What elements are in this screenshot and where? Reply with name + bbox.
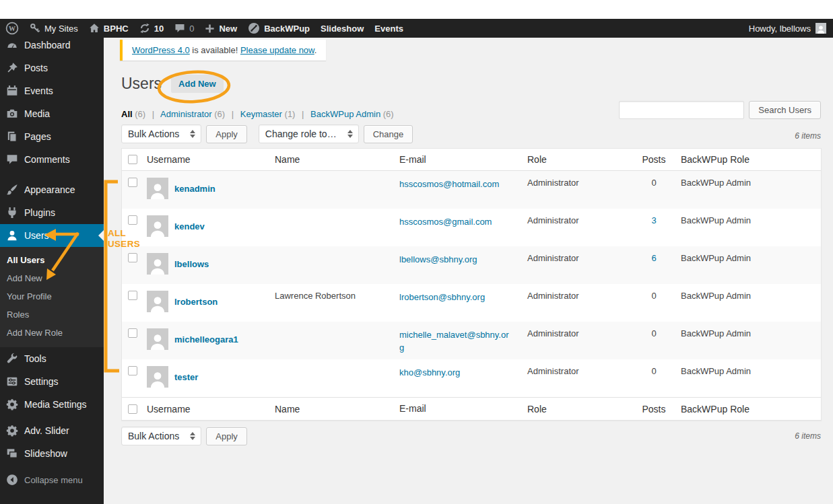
- key-icon: [30, 23, 40, 34]
- posts-count: 0: [627, 328, 681, 338]
- sidebar-item-posts[interactable]: Posts: [0, 57, 104, 79]
- update-now-link[interactable]: Please update now: [240, 45, 314, 55]
- new-menu[interactable]: New: [199, 19, 242, 38]
- apply-button-bottom[interactable]: Apply: [206, 427, 247, 445]
- update-notice: WordPress 4.0 is available! Please updat…: [120, 40, 326, 61]
- username-link[interactable]: tester: [174, 372, 198, 382]
- row-checkbox[interactable]: [128, 215, 137, 225]
- posts-count: 0: [627, 178, 681, 188]
- row-checkbox[interactable]: [128, 328, 137, 338]
- bulk-actions-select-bottom[interactable]: Bulk Actions: [121, 427, 201, 445]
- howdy-label[interactable]: Howdy, lbellows: [749, 24, 811, 34]
- sidebar-item-media-settings[interactable]: Media Settings: [0, 393, 104, 416]
- backwpup-role-cell: BackWPup Admin: [681, 291, 821, 301]
- admin-bar: W My Sites BPHC 10 0 New BackWPup: [0, 19, 833, 38]
- posts-count-link[interactable]: 3: [651, 215, 656, 225]
- username-link[interactable]: lrobertson: [174, 297, 218, 307]
- sidebar-item-events[interactable]: Events: [0, 79, 104, 102]
- change-role-select[interactable]: Change role to…: [259, 124, 359, 143]
- gear-icon: [6, 425, 18, 437]
- row-checkbox[interactable]: [128, 253, 137, 262]
- column-email: E-mail: [399, 153, 527, 166]
- username-link[interactable]: kenadmin: [174, 184, 215, 194]
- wordpress-logo-menu[interactable]: W: [0, 19, 24, 38]
- row-checkbox[interactable]: [128, 366, 137, 375]
- home-icon: [89, 23, 100, 34]
- user-avatar[interactable]: [815, 23, 826, 34]
- backwpup-label: BackWPup: [264, 24, 310, 34]
- filter-keymaster[interactable]: Keymaster: [240, 109, 282, 119]
- email-link[interactable]: lrobertson@sbhny.org: [399, 292, 485, 302]
- bulk-actions-select[interactable]: Bulk Actions: [121, 124, 201, 143]
- avatar: [147, 178, 168, 199]
- sidebar-item-settings[interactable]: Settings: [0, 370, 104, 393]
- name-cell: Lawrence Robertson: [275, 291, 399, 301]
- search-users-input[interactable]: [619, 101, 744, 119]
- items-count-top: 6 items: [795, 131, 821, 141]
- select-arrows-icon: [347, 130, 353, 138]
- username-link[interactable]: kendev: [174, 221, 205, 231]
- sidebar-item-adv-slider[interactable]: Adv. Slider: [0, 419, 104, 442]
- my-sites-menu[interactable]: My Sites: [24, 19, 84, 38]
- sidebar-item-slideshow[interactable]: Slideshow: [0, 442, 104, 465]
- role-cell: Administrator: [527, 366, 627, 376]
- email-link[interactable]: michelle_malavet@sbhny.org: [399, 330, 509, 353]
- change-button[interactable]: Change: [364, 125, 413, 143]
- site-name-label: BPHC: [104, 24, 129, 34]
- backwpup-menu[interactable]: BackWPup: [242, 19, 315, 38]
- plus-icon: [205, 24, 215, 34]
- filter-all[interactable]: All: [121, 109, 133, 119]
- row-checkbox[interactable]: [128, 291, 137, 300]
- username-link[interactable]: michelleogara1: [174, 334, 238, 345]
- select-all-checkbox[interactable]: [128, 155, 137, 164]
- comment-bubble-icon: [174, 23, 185, 34]
- gear-icon: [6, 398, 18, 410]
- backwpup-role-cell: BackWPup Admin: [681, 215, 821, 225]
- filter-administrator[interactable]: Administrator: [160, 109, 212, 119]
- sidebar-item-media[interactable]: Media: [0, 102, 104, 125]
- sidebar-item-plugins[interactable]: Plugins: [0, 201, 104, 224]
- wordpress-version-link[interactable]: WordPress 4.0: [132, 45, 190, 55]
- apply-button[interactable]: Apply: [206, 125, 247, 143]
- sidebar-item-comments[interactable]: Comments: [0, 148, 104, 171]
- comment-count: 0: [189, 24, 194, 34]
- email-link[interactable]: hsscosmos@hotmail.com: [399, 179, 499, 189]
- sidebar-item-pages[interactable]: Pages: [0, 125, 104, 148]
- slideshow-menu[interactable]: Slideshow: [315, 19, 369, 38]
- admin-sidebar: Dashboard Posts Events Media Pages Comme…: [0, 38, 104, 504]
- comments-menu[interactable]: 0: [169, 19, 199, 38]
- posts-count-link[interactable]: 6: [651, 253, 656, 263]
- sidebar-item-dashboard[interactable]: Dashboard: [0, 38, 104, 57]
- username-link[interactable]: lbellows: [174, 259, 209, 269]
- updates-menu[interactable]: 10: [134, 19, 169, 38]
- update-icon: [139, 23, 150, 34]
- row-checkbox[interactable]: [128, 178, 137, 187]
- site-name-menu[interactable]: BPHC: [84, 19, 134, 38]
- collapse-menu-button[interactable]: Collapse menu: [0, 468, 104, 491]
- plug-icon: [6, 207, 18, 219]
- submenu-add-new[interactable]: Add New: [0, 269, 104, 287]
- sidebar-item-users[interactable]: Users: [0, 224, 104, 247]
- filter-backwpup-admin[interactable]: BackWPup Admin: [310, 109, 380, 119]
- table-row: lbellows lbellows@sbhny.org Administrato…: [122, 246, 821, 284]
- backwpup-role-cell: BackWPup Admin: [681, 328, 821, 338]
- email-link[interactable]: lbellows@sbhny.org: [399, 254, 477, 264]
- table-footer-row: Username Name E-mail Role Posts BackWPup…: [122, 397, 821, 420]
- select-all-checkbox[interactable]: [128, 404, 137, 414]
- submenu-roles[interactable]: Roles: [0, 305, 104, 324]
- sidebar-item-tools[interactable]: Tools: [0, 347, 104, 370]
- submenu-add-new-role[interactable]: Add New Role: [0, 324, 104, 342]
- submenu-all-users[interactable]: All Users: [0, 251, 104, 269]
- email-link[interactable]: hsscosmos@gmail.com: [399, 217, 492, 227]
- events-menu[interactable]: Events: [369, 19, 409, 38]
- sidebar-item-appearance[interactable]: Appearance: [0, 178, 104, 201]
- submenu-your-profile[interactable]: Your Profile: [0, 287, 104, 305]
- avatar: [147, 253, 168, 275]
- email-link[interactable]: kho@sbhny.org: [399, 367, 460, 377]
- column-role: Role: [527, 154, 627, 165]
- avatar: [147, 366, 168, 388]
- add-new-button[interactable]: Add New: [171, 75, 224, 93]
- users-submenu: All Users Add New Your Profile Roles Add…: [0, 247, 104, 347]
- backwpup-role-cell: BackWPup Admin: [681, 366, 821, 376]
- search-users-button[interactable]: Search Users: [749, 101, 821, 119]
